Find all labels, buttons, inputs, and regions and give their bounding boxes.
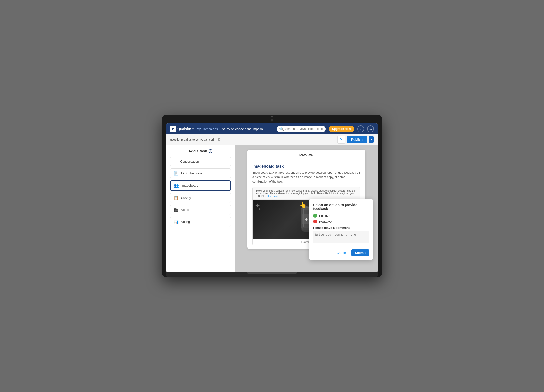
main-area: Add a task ? 🗨 Conversation 📄 Fill in th… [166, 145, 378, 272]
survey-icon: 📋 [174, 196, 179, 200]
preview-button[interactable]: 👁 [337, 136, 345, 144]
help-button[interactable]: ? [357, 125, 364, 132]
svg-text:⚙: ⚙ [305, 217, 308, 221]
sidebar-title: Add a task ? [170, 149, 231, 153]
preview-title: Imageboard task [252, 164, 360, 169]
url-text: questionpro.digsite.com/qual_sprint [170, 138, 216, 141]
sidebar-item-conversation[interactable]: 🗨 Conversation [170, 157, 231, 166]
imageboard-icon: 👥 [174, 183, 179, 188]
negative-dot [313, 220, 317, 223]
laptop-base [166, 272, 378, 277]
breadcrumb-root[interactable]: My Campaigns [197, 127, 218, 131]
submit-button[interactable]: Submit [351, 249, 369, 256]
imageboard-label: Imageboard [181, 184, 198, 187]
laptop-frame: ✕ P Qualsite ▾ My Campaigns › Study on c… [162, 115, 382, 277]
feedback-option-positive[interactable]: Positive [313, 214, 369, 218]
preview-area: Preview Imageboard task Imageboard task … [235, 145, 378, 272]
feedback-popup: Select an option to provide feedback Pos… [309, 199, 373, 260]
sidebar: Add a task ? 🗨 Conversation 📄 Fill in th… [166, 145, 235, 272]
close-button[interactable]: ✕ [271, 116, 273, 119]
positive-dot [313, 214, 317, 218]
conversation-icon: 🗨 [174, 159, 178, 164]
toolbar: questionpro.digsite.com/qual_sprint ⧉ 👁 … [166, 134, 378, 145]
voting-label: Voting [181, 220, 190, 224]
feedback-comment-label: Please leave a comment [313, 226, 369, 230]
breadcrumb: My Campaigns › Study on coffee consumpti… [197, 127, 263, 131]
preview-desc: Imageboard task enable respondents to pr… [252, 171, 360, 184]
top-nav: P Qualsite ▾ My Campaigns › Study on cof… [166, 123, 378, 134]
camera-dot [271, 119, 273, 122]
sidebar-item-video[interactable]: 🎬 Video [170, 205, 231, 215]
sidebar-item-voting[interactable]: 📊 Voting [170, 217, 231, 227]
copy-icon[interactable]: ⧉ [218, 137, 220, 142]
fill-blank-label: Fill in the blank [181, 172, 202, 175]
feedback-actions: Cancel Submit [313, 249, 369, 256]
video-label: Video [181, 208, 189, 212]
survey-label: Survey [181, 196, 191, 200]
fill-blank-icon: 📄 [174, 171, 179, 176]
feedback-divider [313, 247, 369, 247]
sidebar-item-survey[interactable]: 📋 Survey [170, 193, 231, 203]
brand-dropdown[interactable]: ▾ [192, 128, 194, 130]
publish-button[interactable]: Publish [347, 136, 367, 143]
sidebar-item-imageboard[interactable]: 👥 Imageboard [170, 180, 231, 191]
brand-name: Qualsite [177, 127, 191, 131]
sidebar-help-icon[interactable]: ? [209, 149, 212, 153]
logo-icon: P [170, 126, 176, 132]
upgrade-button[interactable]: Upgrade Now [329, 126, 354, 132]
positive-label: Positive [319, 214, 330, 218]
cancel-button[interactable]: Cancel [334, 249, 349, 256]
negative-label: Negative [319, 220, 332, 223]
feedback-comment-textarea[interactable] [313, 231, 369, 243]
laptop-screen: P Qualsite ▾ My Campaigns › Study on cof… [166, 123, 378, 272]
feedback-option-negative[interactable]: Negative [313, 220, 369, 223]
url-display: questionpro.digsite.com/qual_sprint ⧉ [170, 137, 220, 142]
breadcrumb-separator: › [219, 127, 220, 131]
search-input[interactable] [285, 127, 323, 131]
search-icon: 🔍 [279, 127, 284, 131]
imageboard-instructions: Below you'll see a concept for a new cof… [253, 187, 360, 200]
voting-icon: 📊 [174, 220, 179, 224]
user-avatar[interactable]: GV [367, 125, 374, 132]
breadcrumb-current: Study on coffee consumption [222, 127, 263, 131]
video-icon: 🎬 [174, 208, 179, 212]
nav-logo[interactable]: P Qualsite ▾ [170, 126, 194, 132]
bg-star-2: ✦ [258, 207, 261, 212]
search-bar[interactable]: 🔍 [277, 126, 326, 132]
preview-header: Preview [247, 150, 365, 160]
conversation-label: Conversation [180, 160, 199, 163]
sidebar-item-fill-in-blank[interactable]: 📄 Fill in the blank [170, 168, 231, 178]
publish-dropdown-button[interactable]: ▾ [369, 136, 374, 143]
clear-dots-link[interactable]: Clear dots [266, 195, 278, 197]
feedback-popup-title: Select an option to provide feedback [313, 203, 369, 211]
